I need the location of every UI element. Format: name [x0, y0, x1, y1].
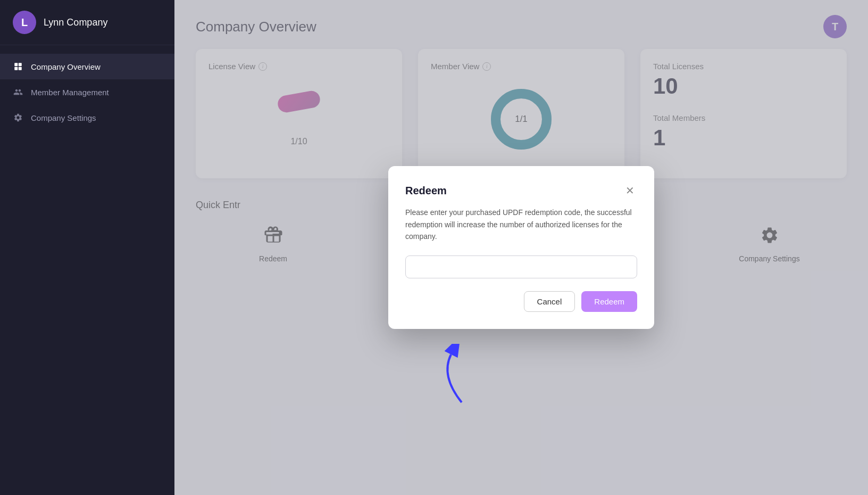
modal-container: Redeem ✕ Please enter your purchased UPD… [174, 0, 868, 495]
main-content: Company Overview T License View i 1/10 M… [174, 0, 868, 495]
cancel-button[interactable]: Cancel [524, 291, 575, 312]
sidebar-item-company-overview[interactable]: Company Overview [0, 54, 174, 79]
nav-label-member: Member Management [31, 88, 109, 97]
arrow-svg [419, 344, 472, 408]
modal-close-button[interactable]: ✕ [622, 183, 637, 198]
nav-label-overview: Company Overview [31, 62, 101, 71]
sidebar-item-company-settings[interactable]: Company Settings [0, 105, 174, 130]
sidebar-nav: Company Overview Member Management Compa… [0, 45, 174, 495]
modal-actions: Cancel Redeem [405, 291, 637, 312]
company-name: Lynn Company [44, 17, 107, 28]
sidebar: L Lynn Company Company Overview Member M… [0, 0, 174, 495]
sidebar-header: L Lynn Company [0, 0, 174, 45]
modal-description: Please enter your purchased UPDF redempt… [405, 207, 637, 242]
svg-rect-3 [19, 67, 22, 70]
redemption-code-input[interactable] [405, 255, 637, 278]
redeem-button[interactable]: Redeem [581, 291, 637, 312]
arrow-annotation [419, 344, 472, 410]
company-overview-icon [13, 61, 23, 72]
nav-label-settings: Company Settings [31, 113, 96, 122]
company-settings-icon [13, 112, 23, 123]
svg-rect-1 [19, 63, 22, 66]
svg-rect-0 [14, 63, 18, 66]
redeem-modal: Redeem ✕ Please enter your purchased UPD… [388, 166, 654, 328]
company-avatar: L [13, 11, 36, 34]
member-management-icon [13, 87, 23, 97]
sidebar-item-member-management[interactable]: Member Management [0, 79, 174, 105]
modal-title: Redeem [405, 185, 447, 197]
modal-header: Redeem ✕ [405, 183, 637, 198]
svg-rect-2 [14, 67, 18, 70]
